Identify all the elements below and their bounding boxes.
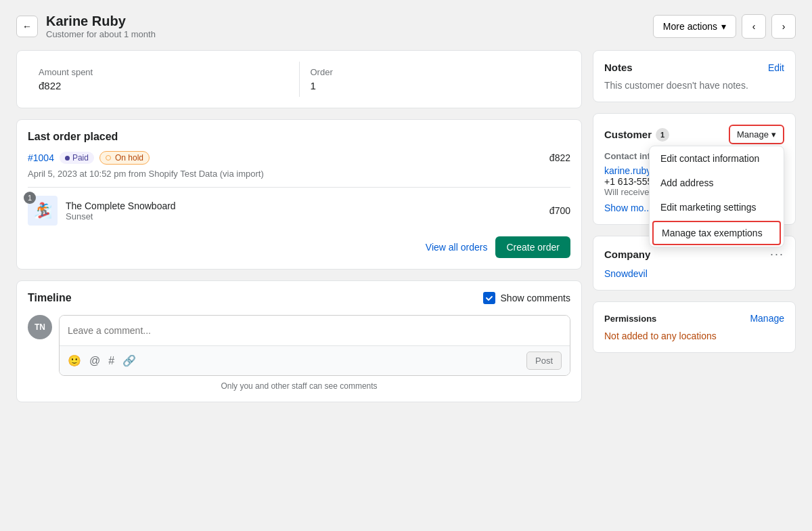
last-order-card: Last order placed #1004 Paid On hold	[16, 119, 582, 270]
dropdown-add-address[interactable]: Add address	[650, 171, 784, 195]
show-comments-checkbox[interactable]	[483, 292, 495, 304]
attachment-icon[interactable]: 🔗	[122, 354, 136, 367]
emoji-icon[interactable]: 🙂	[68, 354, 81, 367]
timeline-card: Timeline Show comments TN	[16, 280, 582, 402]
manage-button[interactable]: Manage ▾	[729, 125, 784, 144]
checkmark-icon	[485, 294, 493, 302]
comment-area: TN 🙂 @ # 🔗 Post	[28, 315, 570, 376]
comment-box: 🙂 @ # 🔗 Post	[59, 315, 570, 376]
order-divider	[28, 187, 570, 188]
not-added-text: Not added to any locations	[604, 331, 784, 341]
customer-number-badge: 1	[656, 128, 669, 142]
order-amount: đ822	[549, 152, 570, 163]
permissions-card: Permissions Manage Not added to any loca…	[593, 301, 796, 353]
amount-spent-value: đ822	[39, 80, 288, 91]
customer-title-block: Karine Ruby Customer for about 1 month	[46, 14, 156, 39]
timeline-header: Timeline Show comments	[28, 292, 570, 304]
left-column: Amount spent đ822 Order 1 Last order pla…	[16, 50, 582, 402]
onhold-dot-icon	[106, 155, 111, 161]
avatar: TN	[28, 315, 52, 339]
notes-empty-text: This customer doesn't have notes.	[604, 80, 784, 91]
more-actions-button[interactable]: More actions ▾	[653, 15, 736, 38]
dropdown-edit-contact[interactable]: Edit contact information	[650, 146, 784, 171]
product-price: đ700	[549, 205, 570, 216]
product-name: The Complete Snowboard	[66, 200, 541, 211]
order-badges: #1004 Paid On hold	[28, 151, 150, 165]
order-label: Order	[311, 67, 560, 77]
comment-toolbar: 🙂 @ # 🔗 Post	[60, 345, 570, 375]
permissions-manage-link[interactable]: Manage	[750, 313, 784, 324]
header-left: ← Karine Ruby Customer for about 1 month	[16, 14, 156, 39]
product-row: 🏂 1 The Complete Snowboard Sunset đ700	[28, 196, 570, 226]
order-id-link[interactable]: #1004	[28, 152, 54, 163]
paid-badge: Paid	[60, 152, 94, 164]
hashtag-icon[interactable]: #	[108, 355, 114, 367]
page-title: Karine Ruby	[46, 14, 156, 29]
timeline-title: Timeline	[28, 292, 72, 304]
back-button[interactable]: ←	[16, 16, 38, 37]
order-stat: Order 1	[299, 62, 571, 97]
notes-card: Notes Edit This customer doesn't have no…	[593, 50, 796, 102]
last-order-title: Last order placed	[28, 131, 570, 143]
product-image-wrap: 🏂 1	[28, 196, 58, 226]
show-comments-wrap[interactable]: Show comments	[483, 292, 570, 304]
comment-input[interactable]	[60, 316, 570, 345]
customer-title-row: Customer 1 Manage ▾ Edit contact informa…	[604, 125, 784, 144]
dropdown-manage-tax[interactable]: Manage tax exemptions	[652, 221, 781, 245]
customer-card-title: Customer	[604, 129, 652, 140]
chevron-down-icon: ▾	[721, 21, 726, 32]
product-qty-badge: 1	[24, 192, 36, 204]
permissions-title: Permissions	[604, 314, 656, 324]
show-comments-label: Show comments	[501, 293, 570, 303]
create-order-button[interactable]: Create order	[495, 236, 570, 258]
notes-title: Notes	[604, 62, 633, 73]
order-meta: April 5, 2023 at 10:52 pm from Shopify T…	[28, 169, 570, 179]
header-right: More actions ▾ ‹ ›	[653, 14, 796, 39]
mention-icon[interactable]: @	[89, 355, 100, 367]
order-actions: View all orders Create order	[28, 236, 570, 258]
product-variant: Sunset	[66, 211, 541, 221]
company-title: Company	[604, 249, 650, 260]
right-column: Notes Edit This customer doesn't have no…	[593, 50, 796, 402]
order-row: #1004 Paid On hold đ822	[28, 151, 570, 165]
staff-note: Only you and other staff can see comment…	[28, 381, 570, 391]
notes-title-row: Notes Edit	[604, 62, 784, 73]
notes-edit-link[interactable]: Edit	[768, 62, 784, 73]
stats-card: Amount spent đ822 Order 1	[16, 50, 582, 108]
nav-prev-button[interactable]: ‹	[742, 14, 766, 39]
customer-since: Customer for about 1 month	[46, 29, 156, 39]
nav-next-button[interactable]: ›	[771, 14, 796, 39]
amount-spent-label: Amount spent	[39, 67, 288, 77]
customer-card: Customer 1 Manage ▾ Edit contact informa…	[593, 113, 796, 225]
main-layout: Amount spent đ822 Order 1 Last order pla…	[16, 50, 796, 402]
product-info: The Complete Snowboard Sunset	[66, 200, 541, 221]
page-header: ← Karine Ruby Customer for about 1 month…	[16, 14, 796, 39]
amount-spent-stat: Amount spent đ822	[28, 62, 299, 97]
permissions-title-row: Permissions Manage	[604, 313, 784, 324]
manage-button-wrap: Manage ▾ Edit contact information Add ad…	[729, 125, 784, 144]
dropdown-edit-marketing[interactable]: Edit marketing settings	[650, 195, 784, 219]
company-more-actions-icon[interactable]: ···	[770, 247, 784, 261]
post-button[interactable]: Post	[526, 352, 562, 370]
order-value: 1	[311, 80, 560, 91]
company-name-link[interactable]: Snowdevil	[604, 268, 648, 279]
chevron-down-icon: ▾	[771, 129, 776, 140]
company-title-row: Company ···	[604, 247, 784, 261]
comment-icons: 🙂 @ # 🔗	[68, 354, 136, 367]
manage-dropdown: Edit contact information Add address Edi…	[649, 146, 784, 247]
paid-dot-icon	[65, 156, 70, 161]
onhold-badge: On hold	[99, 151, 150, 165]
view-all-orders-link[interactable]: View all orders	[426, 242, 488, 253]
